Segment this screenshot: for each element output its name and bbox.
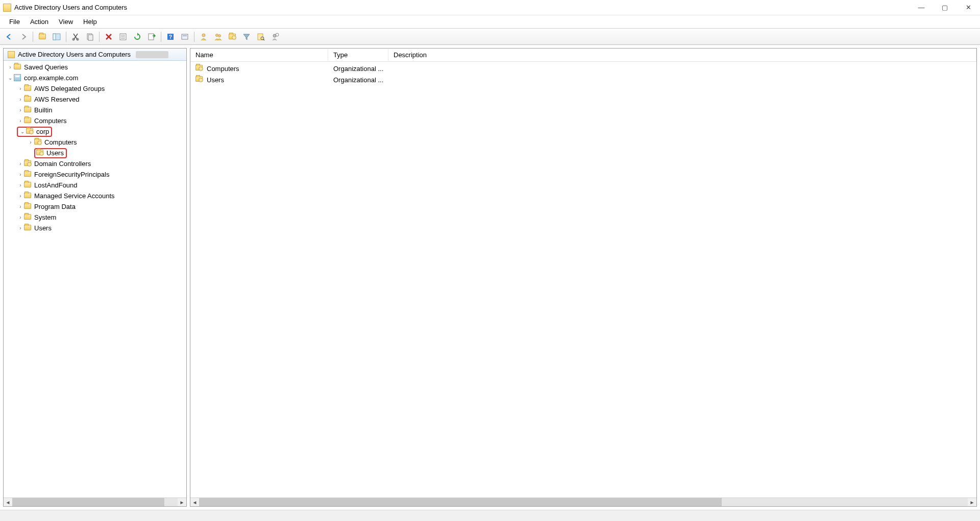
chevron-right-icon[interactable]: › [17, 118, 24, 124]
tree-item[interactable]: Users [4, 148, 186, 158]
domain-icon [14, 74, 21, 81]
tree-item[interactable]: ⌄corp.example.com [4, 73, 186, 83]
chevron-right-icon[interactable]: › [27, 139, 34, 145]
tree-item-label: Domain Controllers [34, 160, 91, 168]
cell-name: Users [207, 76, 333, 84]
svg-rect-13 [182, 34, 188, 39]
menu-file[interactable]: File [4, 16, 25, 28]
tree-item-label: Saved Queries [24, 63, 68, 71]
chevron-right-icon[interactable]: › [17, 225, 24, 231]
tree-pane: Active Directory Users and Computers ›Sa… [3, 48, 187, 507]
toolbar-separator [194, 32, 194, 42]
tree-item[interactable]: ›ForeignSecurityPrincipals [4, 169, 186, 180]
tree-item[interactable]: ›Users [4, 223, 186, 233]
new-group-button[interactable] [212, 31, 224, 43]
tree-item-label: Managed Service Accounts [34, 192, 115, 200]
tree-item[interactable]: ⌄corp [4, 126, 186, 137]
chevron-right-icon[interactable]: › [17, 86, 24, 91]
tree-item[interactable]: ›Domain Controllers [4, 158, 186, 169]
ou-folder-icon [195, 76, 203, 82]
folder-icon [24, 214, 31, 220]
tree-item-label: corp.example.com [24, 74, 78, 82]
folder-icon [24, 171, 31, 177]
tree-item[interactable]: ›Builtin [4, 105, 186, 115]
ou-icon [229, 34, 236, 39]
folder-icon [24, 85, 31, 91]
tree-item[interactable]: ›Computers [4, 115, 186, 126]
folder-icon [24, 193, 31, 198]
tree-item-label: LostAndFound [34, 181, 78, 189]
properties-button[interactable] [117, 31, 129, 43]
menu-view[interactable]: View [54, 16, 78, 28]
svg-text:?: ? [169, 34, 172, 40]
cut-button[interactable] [69, 31, 82, 43]
menu-action[interactable]: Action [25, 16, 54, 28]
tree-item-label: AWS Reserved [34, 96, 79, 103]
chevron-right-icon[interactable]: › [17, 172, 24, 177]
new-user-button[interactable] [198, 31, 210, 43]
up-folder-button[interactable] [36, 31, 48, 43]
tree-item[interactable]: ›LostAndFound [4, 180, 186, 191]
chevron-right-icon[interactable]: › [17, 97, 24, 102]
find-button[interactable] [255, 31, 267, 43]
close-button[interactable]: ✕ [957, 0, 980, 15]
forward-button[interactable] [17, 31, 30, 43]
help-button[interactable]: ? [164, 31, 177, 43]
chevron-right-icon[interactable]: › [17, 193, 24, 199]
tree-item[interactable]: ›Program Data [4, 201, 186, 212]
tree-hscrollbar[interactable]: ◄ ► [4, 498, 186, 506]
filter-button[interactable] [240, 31, 253, 43]
main-area: Active Directory Users and Computers ›Sa… [0, 45, 980, 510]
column-header-description[interactable]: Description [388, 49, 976, 61]
status-bar [0, 510, 980, 521]
tree-item-label: Users [46, 149, 64, 157]
chevron-right-icon[interactable]: › [17, 182, 24, 188]
column-header-name[interactable]: Name [190, 49, 328, 61]
list-row[interactable]: UsersOrganizational ... [190, 74, 976, 85]
export-list-button[interactable] [145, 31, 158, 43]
list-hscrollbar[interactable]: ◄ ► [190, 498, 976, 506]
tree-item[interactable]: ›Managed Service Accounts [4, 191, 186, 201]
folder-icon [24, 96, 31, 102]
folder-icon [24, 107, 31, 112]
folder-icon [39, 34, 46, 39]
chevron-right-icon[interactable]: › [17, 204, 24, 209]
scroll-left-icon[interactable]: ◄ [4, 498, 12, 507]
tree-item[interactable]: ›AWS Reserved [4, 94, 186, 105]
chevron-right-icon[interactable]: › [17, 215, 24, 220]
scroll-right-icon[interactable]: ► [178, 498, 186, 507]
show-hide-tree-button[interactable] [51, 31, 63, 43]
tree-item-label: Program Data [34, 203, 76, 210]
add-to-group-button[interactable] [269, 31, 281, 43]
back-button[interactable] [3, 31, 15, 43]
scroll-left-icon[interactable]: ◄ [190, 498, 199, 507]
copy-button[interactable] [84, 31, 96, 43]
tree-item[interactable]: ›System [4, 212, 186, 223]
chevron-down-icon[interactable]: ⌄ [19, 129, 26, 134]
chevron-right-icon[interactable]: › [7, 64, 14, 70]
tree-item[interactable]: ›Saved Queries [4, 62, 186, 73]
toolbar-separator [99, 32, 100, 42]
tree-header[interactable]: Active Directory Users and Computers [4, 49, 186, 61]
minimize-button[interactable]: — [910, 0, 933, 15]
chevron-right-icon[interactable]: › [17, 107, 24, 113]
tree-body[interactable]: ›Saved Queries⌄corp.example.com›AWS Dele… [4, 61, 186, 498]
tree-item[interactable]: ›Computers [4, 137, 186, 148]
tree-item[interactable]: ›AWS Delegated Groups [4, 83, 186, 94]
list-body[interactable]: ComputersOrganizational ...UsersOrganiza… [190, 62, 976, 498]
tree-item-label: AWS Delegated Groups [34, 85, 105, 92]
refresh-button[interactable] [131, 31, 143, 43]
ou-folder-icon [36, 150, 43, 155]
chevron-right-icon[interactable]: › [17, 161, 24, 167]
menu-help[interactable]: Help [78, 16, 102, 28]
chevron-down-icon[interactable]: ⌄ [7, 75, 14, 81]
toolbar: ? [0, 29, 980, 45]
delete-button[interactable] [103, 31, 115, 43]
new-ou-button[interactable] [226, 31, 238, 43]
column-header-type[interactable]: Type [328, 49, 388, 61]
options-button[interactable] [179, 31, 191, 43]
list-row[interactable]: ComputersOrganizational ... [190, 63, 976, 74]
svg-point-22 [276, 33, 279, 36]
scroll-right-icon[interactable]: ► [968, 498, 976, 507]
maximize-button[interactable]: ▢ [933, 0, 957, 15]
